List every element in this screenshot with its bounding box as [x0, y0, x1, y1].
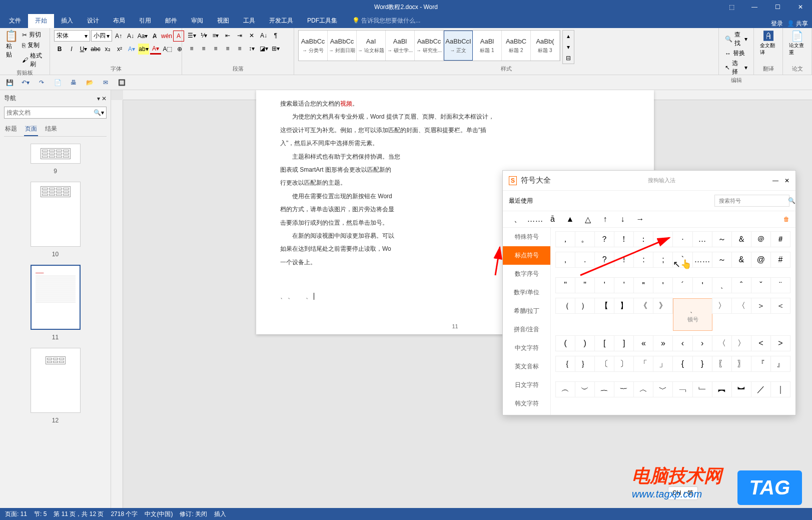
style-item[interactable]: AaI→ 论文标题 [357, 31, 386, 61]
symbol-category[interactable]: 俄文字母 [503, 413, 550, 415]
symbol-cell[interactable]: ＆ [731, 231, 751, 247]
tab-工具[interactable]: 工具 [236, 14, 262, 28]
increase-indent-button[interactable]: ⇥ [234, 30, 245, 41]
page-thumbnail[interactable] [31, 144, 81, 164]
symbol-cell[interactable]: ／ [751, 381, 771, 397]
symbol-cell[interactable]: > [770, 335, 790, 351]
tab-设计[interactable]: 设计 [80, 14, 106, 28]
status-insert[interactable]: 插入 [214, 510, 226, 518]
status-lang[interactable]: 中文(中国) [145, 510, 173, 518]
symbol-cell[interactable]: ｜ [770, 381, 790, 397]
symbol-cell[interactable]: " [575, 277, 595, 293]
nav-search-input[interactable] [7, 109, 94, 116]
cut-button[interactable]: ✂剪切 [20, 30, 46, 40]
status-track[interactable]: 修订: 关闭 [180, 510, 207, 518]
font-color-button[interactable]: A▾ [150, 44, 161, 55]
translate-button[interactable]: 🅰全文翻译 [758, 30, 778, 57]
style-item[interactable]: AaBb(标题 3 [531, 31, 560, 61]
symbol-cell[interactable]: « [633, 335, 653, 351]
thumbnail-list[interactable]: 910━━━━━━━━1112 [4, 142, 107, 504]
recent-symbol[interactable]: 、 [509, 211, 526, 227]
replace-button[interactable]: ↔替换 [723, 49, 747, 58]
tab-布局[interactable]: 布局 [106, 14, 132, 28]
symbol-cell[interactable]: ｛ [555, 356, 575, 372]
symbol-cell[interactable]: 《 [633, 298, 653, 314]
symbol-cell[interactable]: ﹁ [672, 381, 692, 397]
symbol-cell[interactable]: ﹂ [692, 381, 712, 397]
nav-tab-结果[interactable]: 结果 [44, 123, 58, 136]
status-pages[interactable]: 第 11 页，共 12 页 [54, 510, 104, 518]
justify-button[interactable]: ≡ [222, 43, 233, 54]
tab-PDF工具集[interactable]: PDF工具集 [300, 14, 344, 28]
symbol-cell[interactable]: › [692, 335, 712, 351]
status-section[interactable]: 节: 5 [34, 510, 47, 518]
style-item[interactable]: AaBl标题 1 [473, 31, 502, 61]
style-item[interactable]: AaBbCc→ 分类号 [299, 31, 328, 61]
tab-引用[interactable]: 引用 [132, 14, 158, 28]
symbol-cell[interactable]: ﹑ [712, 277, 732, 293]
styles-gallery[interactable]: AaBbCc→ 分类号AaBbCc→ 封面日期AaI→ 论文标题AaBl→ 硕士… [298, 30, 560, 61]
style-item[interactable]: AaBbCcI→ 正文 [444, 31, 473, 61]
recent-symbol[interactable]: → [631, 211, 649, 227]
nav-tab-页面[interactable]: 页面 [24, 123, 38, 136]
symbol-cell[interactable]: ＃ [770, 231, 790, 247]
symbol-cell[interactable]: …… [692, 252, 712, 268]
symbol-cell[interactable]: 。 [575, 231, 595, 247]
redo-button[interactable]: ↷ [37, 78, 46, 87]
symbol-cell[interactable]: 」 [653, 356, 673, 372]
symbol-cell[interactable]: 『 [751, 356, 771, 372]
tab-开发工具[interactable]: 开发工具 [262, 14, 300, 28]
proof-button[interactable]: 📄论文查重 [787, 30, 807, 57]
style-item[interactable]: AaBbCc→ 研究生... [415, 31, 444, 61]
symbol-cell[interactable]: ！ [614, 231, 634, 247]
symbol-cell[interactable]: 〉 [712, 298, 732, 314]
recent-symbol[interactable]: ā [544, 211, 561, 227]
symbol-cell[interactable]: @ [751, 252, 771, 268]
symbol-cell[interactable]: < [751, 335, 771, 351]
style-item[interactable]: AaBl→ 硕士学... [386, 31, 415, 61]
italic-button[interactable]: I [66, 44, 77, 55]
new-button[interactable]: 📄 [53, 78, 62, 87]
shrink-font-button[interactable]: A↓ [125, 31, 136, 42]
symbol-cell[interactable]: ＞ [751, 298, 771, 314]
print-preview-button[interactable]: 🖶 [69, 78, 78, 87]
format-painter-button[interactable]: 🖌格式刷 [20, 51, 46, 69]
symbol-cell[interactable]: 】 [614, 298, 634, 314]
symbol-cell[interactable]: ' [594, 277, 614, 293]
undo-button[interactable]: ↶▾ [21, 78, 30, 87]
font-name-dropdown[interactable]: 宋体▾ [54, 30, 90, 42]
symbol-cell[interactable]: ︶ [575, 381, 595, 397]
quick-print-button[interactable]: 🔲 [117, 78, 126, 87]
char-shading-button[interactable]: A⬚ [162, 44, 173, 55]
decrease-indent-button[interactable]: ⇤ [222, 30, 233, 41]
clear-recent-icon[interactable]: 🗑 [783, 216, 789, 223]
bullets-button[interactable]: ☰▾ [186, 30, 197, 41]
maximize-button[interactable]: ☐ [766, 0, 789, 14]
symbol-search-input[interactable] [719, 198, 788, 204]
symbol-cell[interactable]: ︼ [731, 381, 751, 397]
symbol-category[interactable]: 拼音/注音 [503, 320, 550, 339]
status-words[interactable]: 2718 个字 [111, 510, 138, 518]
symbol-cell[interactable]: ： [633, 231, 653, 247]
share-button[interactable]: 👤 共享 [787, 20, 808, 28]
symbol-category[interactable]: 中文字符 [503, 339, 550, 357]
recent-symbol[interactable]: ▲ [561, 211, 579, 227]
align-center-button[interactable]: ≡ [198, 43, 209, 54]
grow-font-button[interactable]: A↑ [113, 31, 124, 42]
strikethrough-button[interactable]: abc [90, 44, 101, 55]
text-effects-button[interactable]: A▾ [126, 44, 137, 55]
clear-format-button[interactable]: A̷ [149, 31, 160, 42]
superscript-button[interactable]: x² [114, 44, 125, 55]
nav-search-box[interactable]: 🔍▾ [4, 107, 107, 119]
style-scroll-down[interactable]: ▾ [563, 42, 574, 53]
symbol-cell[interactable]: ＇ [653, 277, 673, 293]
borders-button[interactable]: ⊞▾ [270, 43, 281, 54]
symbol-category[interactable]: 特殊符号 [503, 228, 550, 246]
distribute-button[interactable]: ≡ [234, 43, 245, 54]
tab-审阅[interactable]: 审阅 [184, 14, 210, 28]
symbol-cell[interactable]: ？ [594, 231, 614, 247]
symbol-cell[interactable]: ︸ [614, 381, 634, 397]
symbol-grid[interactable]: ，。？！：；·…～＆＠＃,.?!:;`……～&@#""''＂＇´＇﹑ˆˇ¨（）【… [551, 228, 795, 415]
symbol-cell[interactable]: 【 [594, 298, 614, 314]
symbol-category[interactable]: 英文音标 [503, 357, 550, 376]
